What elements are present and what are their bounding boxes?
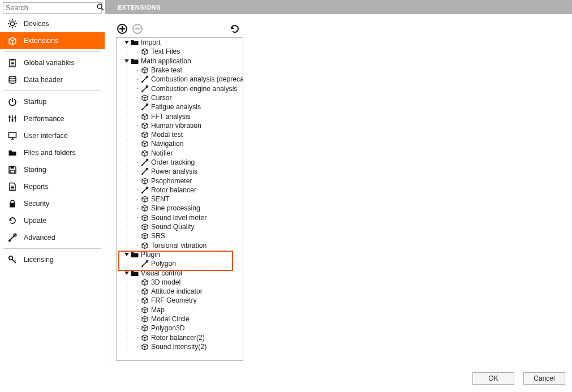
sidebar-item-label: Update bbox=[24, 217, 46, 225]
cube-icon bbox=[140, 48, 149, 55]
sidebar-item-global-variables[interactable]: Global variables bbox=[0, 54, 105, 71]
tree-item[interactable]: Rotor balancer bbox=[117, 186, 243, 195]
add-button[interactable] bbox=[116, 23, 128, 35]
tree-item-label: Fatigue analysis bbox=[151, 103, 201, 111]
sidebar-item-storing[interactable]: Storing bbox=[0, 161, 105, 178]
svg-point-2 bbox=[11, 22, 15, 26]
sidebar-item-performance[interactable]: Performance bbox=[0, 110, 105, 127]
tree-item[interactable]: Cursor bbox=[117, 93, 243, 102]
tree-item[interactable]: Map bbox=[117, 305, 243, 315]
tree-item[interactable]: SRS bbox=[117, 231, 243, 240]
tree-item-label: Modal Circle bbox=[151, 315, 190, 323]
tree-item[interactable]: FFT analysis bbox=[117, 111, 243, 120]
search-icon[interactable] bbox=[97, 3, 104, 12]
search-input[interactable] bbox=[3, 4, 97, 12]
sidebar-divider bbox=[3, 248, 101, 249]
tree-item[interactable]: Brake test bbox=[117, 66, 243, 75]
cube-icon bbox=[140, 66, 149, 74]
cube-icon bbox=[140, 204, 149, 212]
tree-item[interactable]: Fatigue analysis bbox=[117, 102, 243, 111]
tree-item[interactable]: Attitude indicator bbox=[117, 287, 243, 296]
cube-icon bbox=[140, 113, 149, 120]
tree-item[interactable]: 3D model bbox=[117, 278, 243, 287]
sidebar-divider bbox=[3, 91, 101, 91]
tree-item[interactable]: Order tracking bbox=[117, 158, 243, 167]
sidebar-item-security[interactable]: Security bbox=[0, 195, 105, 212]
tree-item-label: SRS bbox=[151, 232, 165, 240]
sidebar-item-update[interactable]: Update bbox=[0, 212, 105, 229]
sidebar-item-files-and-folders[interactable]: Files and folders bbox=[0, 144, 105, 161]
svg-rect-24 bbox=[9, 132, 16, 137]
sidebar-item-data-header[interactable]: Data header bbox=[0, 71, 105, 88]
sidebar-item-licensing[interactable]: Licensing bbox=[0, 251, 105, 268]
svg-line-4 bbox=[15, 26, 16, 27]
tree-item[interactable]: Sound Quality bbox=[117, 222, 243, 231]
cube-icon bbox=[140, 94, 149, 102]
tree-group[interactable]: Math application bbox=[117, 57, 243, 66]
search-box[interactable] bbox=[3, 2, 102, 14]
tree-item-label: Brake test bbox=[151, 66, 182, 74]
sidebar-item-extensions[interactable]: Extensions bbox=[0, 32, 105, 49]
tree-item-label: Polygon bbox=[151, 260, 176, 268]
tree-item[interactable]: Psophometer bbox=[117, 176, 243, 185]
tree-item-label: Torsional vibration bbox=[151, 242, 207, 249]
tree-item[interactable]: Rotor balancer(2) bbox=[117, 333, 243, 342]
tree-item[interactable]: Polygon3D bbox=[117, 324, 243, 333]
tree-item-label: Sine processing bbox=[151, 204, 200, 212]
tree-group[interactable]: Import bbox=[117, 38, 243, 47]
sidebar-item-startup[interactable]: Startup bbox=[0, 93, 105, 110]
tree-item[interactable]: Sound level meter bbox=[117, 213, 243, 222]
tree-item[interactable]: Notifier bbox=[117, 149, 243, 158]
tree-item-label: Human vibration bbox=[151, 122, 201, 130]
sidebar-item-label: Licensing bbox=[24, 256, 54, 264]
tree-item-label: Map bbox=[151, 306, 165, 314]
tree-item[interactable]: FRF Geometry bbox=[117, 296, 243, 305]
header-title: EXTENSIONS bbox=[118, 4, 161, 11]
tree-item-label: Notifier bbox=[151, 149, 173, 157]
tree-item[interactable]: Sound intensity(2) bbox=[117, 342, 243, 351]
sidebar-item-devices[interactable]: Devices bbox=[0, 15, 105, 32]
sidebar-item-reports[interactable]: Reports bbox=[0, 178, 105, 195]
cube-icon bbox=[140, 306, 149, 314]
sidebar-item-advanced[interactable]: Advanced bbox=[0, 229, 105, 246]
tree-item[interactable]: SENT bbox=[117, 195, 243, 204]
tree-item-label: Polygon3D bbox=[151, 324, 185, 332]
tree-item-label: Power analysis bbox=[151, 167, 197, 175]
tree-item[interactable]: Navigation bbox=[117, 139, 243, 148]
tree-group[interactable]: Visual control bbox=[117, 268, 243, 277]
cube-icon bbox=[140, 149, 149, 157]
key-icon bbox=[7, 255, 18, 265]
disks-icon bbox=[7, 75, 18, 85]
svg-line-1 bbox=[101, 8, 104, 10]
tree-item[interactable]: Sine processing bbox=[117, 204, 243, 213]
folder-icon bbox=[130, 270, 139, 277]
tree-item[interactable]: Combustion analysis (deprecated) bbox=[117, 75, 243, 84]
tree-item[interactable]: Power analysis bbox=[117, 167, 243, 176]
sidebar-item-user-interface[interactable]: User interface bbox=[0, 127, 105, 144]
tree-item[interactable]: Modal Circle bbox=[117, 315, 243, 324]
folder-icon bbox=[130, 39, 139, 46]
tree-group-label: Math application bbox=[141, 57, 191, 65]
tree-item-label: Rotor balancer bbox=[151, 186, 196, 194]
cube-icon bbox=[140, 324, 149, 332]
sidebar-divider bbox=[3, 51, 101, 52]
sidebar-item-label: Security bbox=[24, 200, 49, 208]
svg-point-22 bbox=[11, 119, 14, 121]
tree-item[interactable]: Combustion engine analysis bbox=[117, 84, 243, 93]
tree-item[interactable]: Torsional vibration bbox=[117, 241, 243, 250]
tree-group[interactable]: Plugin bbox=[117, 250, 243, 259]
svg-point-16 bbox=[9, 76, 16, 79]
extensions-tree[interactable]: ImportText FilesMath applicationBrake te… bbox=[116, 37, 243, 361]
ok-button[interactable]: OK bbox=[472, 372, 514, 385]
tree-item-label: Sound intensity(2) bbox=[151, 343, 207, 351]
refresh-button[interactable] bbox=[229, 23, 241, 35]
tree-item[interactable]: Text Files bbox=[117, 47, 243, 56]
tree-item-label: Cursor bbox=[151, 94, 172, 102]
cancel-button[interactable]: Cancel bbox=[523, 372, 565, 385]
sidebar-item-label: Advanced bbox=[24, 234, 55, 242]
tree-item[interactable]: Human vibration bbox=[117, 121, 243, 130]
tree-item[interactable]: Modal test bbox=[117, 130, 243, 139]
tree-item[interactable]: Polygon bbox=[117, 259, 243, 268]
tools-icon bbox=[7, 232, 18, 243]
svg-line-10 bbox=[15, 20, 16, 21]
